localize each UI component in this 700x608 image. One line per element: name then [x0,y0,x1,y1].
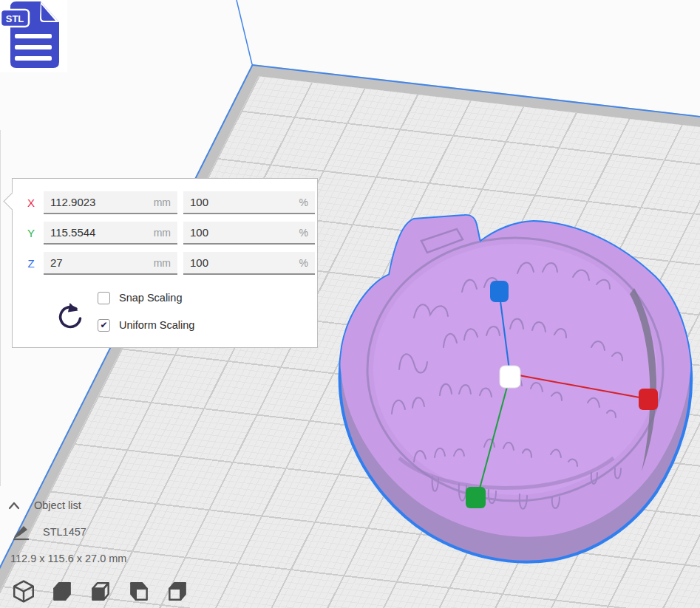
top-view-cube-icon [89,579,112,604]
scale-row-z: Z 27 mm 100 % [13,252,315,275]
x-percent-field[interactable]: 100 % [183,191,315,214]
z-size-field[interactable]: 27 mm [44,252,177,275]
uniform-scaling-row: ✔ Uniform Scaling [98,318,194,332]
view-right-button[interactable] [166,579,189,604]
scale-tool-panel: X 112.9023 mm 100 % Y 115.5544 mm 100 % … [12,178,318,348]
axis-z-label: Z [24,257,38,270]
z-percent-unit: % [299,257,308,269]
gizmo-x-handle[interactable] [639,389,658,410]
view-3d-button[interactable] [12,579,35,604]
y-percent-field[interactable]: 100 % [183,222,315,245]
y-size-value: 115.5544 [50,226,95,239]
stl-file-icon: STL [0,0,67,72]
z-percent-value: 100 [190,256,208,269]
stl-document-icon: STL [0,0,67,72]
y-size-field[interactable]: 115.5544 mm [44,222,177,245]
z-size-unit: mm [154,257,171,269]
object-list-item[interactable]: STL1457 [12,523,86,541]
gizmo-y-handle[interactable] [466,487,486,508]
z-percent-field[interactable]: 100 % [183,252,315,275]
view-left-button[interactable] [127,579,151,604]
front-view-cube-icon [50,579,74,604]
camera-view-toolbar [12,579,189,604]
model-dimensions-label: 112.9 x 115.6 x 27.0 mm [10,553,126,564]
axis-y-label: Y [24,227,38,239]
uniform-scaling-label: Uniform Scaling [119,319,194,331]
build-volume-z-edge [237,0,252,64]
object-item-name: STL1457 [43,526,86,538]
x-size-value: 112.9023 [50,196,95,208]
gizmo-center-handle[interactable] [500,366,520,388]
uniform-scaling-checkbox[interactable]: ✔ [98,319,110,332]
snap-scaling-label: Snap Scaling [119,292,182,304]
left-view-cube-icon [127,579,151,604]
reset-scale-button[interactable] [54,301,84,333]
x-percent-unit: % [299,197,308,208]
view-front-button[interactable] [50,579,74,604]
y-percent-value: 100 [190,226,208,239]
checkmark-icon: ✔ [100,320,107,330]
3d-viewport[interactable]: STL X 112.9023 mm 100 % Y 115.5544 mm 10… [0,0,700,608]
object-list-header[interactable]: Object list [7,499,81,511]
y-percent-unit: % [299,227,308,239]
axis-x-label: X [24,197,38,209]
scale-row-y: Y 115.5544 mm 100 % [13,222,315,245]
gizmo-z-handle[interactable] [490,281,509,302]
view-top-button[interactable] [89,579,112,604]
3d-view-cube-icon [12,579,35,604]
right-view-cube-icon [166,579,189,604]
reset-rotate-icon [54,301,84,333]
scale-row-x: X 112.9023 mm 100 % [13,191,315,214]
x-size-unit: mm [154,197,171,208]
snap-scaling-row: Snap Scaling [98,290,182,305]
z-size-value: 27 [50,256,63,269]
x-size-field[interactable]: 112.9023 mm [44,191,177,214]
pencil-icon [12,523,31,541]
y-size-unit: mm [154,227,171,239]
chevron-up-icon [7,500,21,510]
stl-badge-label: STL [6,13,24,24]
snap-scaling-checkbox[interactable] [98,292,110,304]
x-percent-value: 100 [190,196,208,208]
object-list-title: Object list [34,499,81,511]
